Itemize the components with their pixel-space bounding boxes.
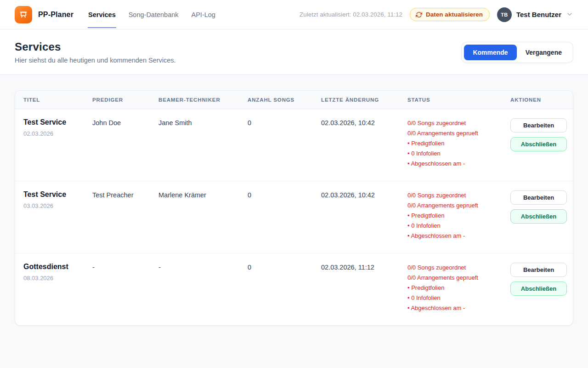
status-line: 0/0 Arrangements geprueft (407, 273, 510, 283)
page-header: Services Hier siehst du alle heutigen un… (0, 29, 588, 75)
tab-kommende[interactable]: Kommende (464, 45, 516, 60)
song-count-cell: 0 (248, 118, 321, 169)
status-line: • Abgeschlossen am - (407, 231, 510, 241)
presentation-icon (19, 10, 28, 19)
column-header-aktionen: Aktionen (510, 97, 565, 103)
status-cell: 0/0 Songs zugeordnet 0/0 Arrangements ge… (407, 190, 510, 241)
actions-cell: Bearbeiten Abschließen (510, 263, 567, 313)
last-change-cell: 02.03.2026, 10:42 (321, 190, 407, 241)
nav-item-api-log[interactable]: API-Log (191, 1, 216, 28)
status-line: 0/0 Songs zugeordnet (407, 118, 510, 128)
complete-button[interactable]: Abschließen (510, 209, 567, 224)
service-title: Gottesdienst (23, 263, 92, 271)
edit-button[interactable]: Bearbeiten (510, 118, 567, 132)
preacher-cell: Test Preacher (92, 190, 158, 241)
status-line: 0/0 Songs zugeordnet (407, 190, 510, 201)
page-heading-block: Services Hier siehst du alle heutigen un… (15, 40, 176, 64)
status-line: • 0 Infofolien (407, 221, 510, 231)
header-right: Zuletzt aktualisiert: 02.03.2026, 11:12 … (300, 7, 573, 22)
nav-item-services[interactable]: Services (88, 1, 116, 28)
page-title: Services (15, 40, 176, 53)
status-line: • Abgeschlossen am - (407, 159, 510, 169)
last-change-cell: 02.03.2026, 11:12 (321, 263, 407, 313)
preacher-cell: John Doe (92, 118, 158, 169)
user-menu[interactable]: TB Test Benutzer (497, 7, 573, 22)
technician-cell: Jane Smith (158, 118, 248, 169)
app-name: PP-Planer (38, 11, 74, 19)
actions-cell: Bearbeiten Abschließen (510, 118, 567, 169)
column-header-beamer-techniker: Beamer-Techniker (158, 97, 248, 103)
avatar: TB (497, 7, 512, 22)
column-header-prediger: Prediger (92, 97, 158, 103)
status-line: • Abgeschlossen am - (407, 303, 510, 313)
app-logo (15, 6, 32, 23)
brand-home-link[interactable]: PP-Planer (15, 6, 74, 23)
service-filter-toggle: Kommende Vergangene (461, 42, 573, 63)
column-header-letzte-aenderung: Letzte Änderung (321, 97, 407, 103)
status-line: 0/0 Arrangements geprueft (407, 201, 510, 211)
preacher-cell: - (92, 263, 158, 313)
status-line: 0/0 Arrangements geprueft (407, 128, 510, 138)
status-line: • Predigtfolien (407, 211, 510, 221)
last-updated-text: Zuletzt aktualisiert: 02.03.2026, 11:12 (300, 11, 402, 18)
service-title: Test Service (23, 118, 92, 126)
song-count-cell: 0 (248, 263, 321, 313)
service-date: 03.03.2026 (23, 202, 92, 209)
song-count-cell: 0 (248, 190, 321, 241)
app-header: PP-Planer Services Song-Datenbank API-Lo… (0, 0, 588, 29)
refresh-data-button[interactable]: Daten aktualisieren (410, 8, 490, 21)
main-nav: Services Song-Datenbank API-Log (88, 1, 216, 28)
service-date: 02.03.2026 (23, 130, 92, 137)
edit-button[interactable]: Bearbeiten (510, 263, 567, 277)
status-cell: 0/0 Songs zugeordnet 0/0 Arrangements ge… (407, 118, 510, 169)
technician-cell: Marlene Krämer (158, 190, 248, 241)
table-row: Test Service 03.03.2026 Test Preacher Ma… (15, 181, 573, 253)
service-date: 08.03.2026 (23, 275, 92, 282)
table-row: Gottesdienst 08.03.2026 - - 0 02.03.2026… (15, 253, 573, 325)
status-line: • 0 Infofolien (407, 293, 510, 303)
column-header-status: Status (407, 97, 510, 103)
status-cell: 0/0 Songs zugeordnet 0/0 Arrangements ge… (407, 263, 510, 313)
edit-button[interactable]: Bearbeiten (510, 190, 567, 205)
service-title: Test Service (23, 190, 92, 199)
last-change-cell: 02.03.2026, 10:42 (321, 118, 407, 169)
actions-cell: Bearbeiten Abschließen (510, 190, 567, 241)
column-header-titel: Titel (23, 97, 92, 103)
nav-item-song-datenbank[interactable]: Song-Datenbank (128, 1, 179, 28)
user-name: Test Benutzer (516, 11, 561, 18)
column-header-anzahl-songs: Anzahl Songs (248, 97, 321, 103)
refresh-button-label: Daten aktualisieren (426, 11, 483, 18)
complete-button[interactable]: Abschließen (510, 137, 567, 151)
table-row: Test Service 02.03.2026 John Doe Jane Sm… (15, 109, 573, 181)
refresh-icon (416, 12, 422, 18)
service-title-cell: Test Service 02.03.2026 (23, 118, 92, 169)
table-header-row: Titel Prediger Beamer-Techniker Anzahl S… (15, 91, 573, 109)
page-subtitle: Hier siehst du alle heutigen und kommend… (15, 57, 176, 64)
service-title-cell: Gottesdienst 08.03.2026 (23, 263, 92, 313)
technician-cell: - (158, 263, 248, 313)
service-title-cell: Test Service 03.03.2026 (23, 190, 92, 241)
chevron-down-icon (566, 9, 573, 20)
status-line: 0/0 Songs zugeordnet (407, 263, 510, 273)
main-content: Titel Prediger Beamer-Techniker Anzahl S… (0, 75, 588, 326)
tab-vergangene[interactable]: Vergangene (517, 45, 571, 60)
status-line: • 0 Infofolien (407, 149, 510, 159)
status-line: • Predigtfolien (407, 138, 510, 149)
complete-button[interactable]: Abschließen (510, 282, 567, 296)
status-line: • Predigtfolien (407, 283, 510, 293)
services-table-card: Titel Prediger Beamer-Techniker Anzahl S… (15, 90, 573, 326)
